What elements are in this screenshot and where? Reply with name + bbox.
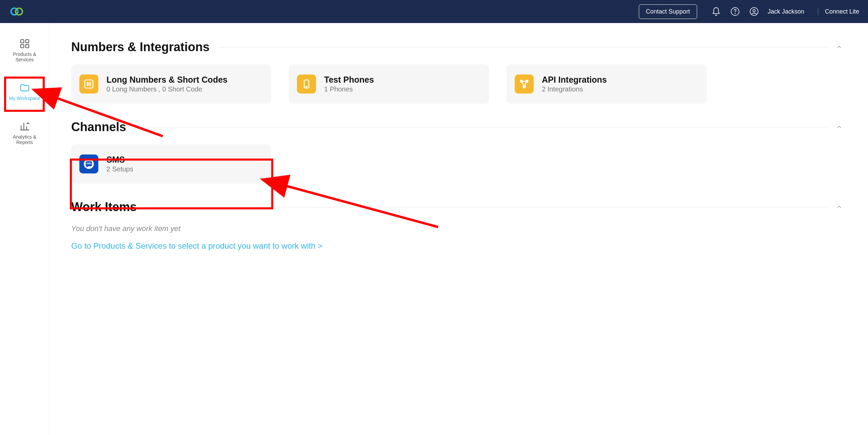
card-title: Long Numbers & Short Codes [106, 75, 228, 85]
divider [134, 127, 827, 127]
phone-icon [297, 75, 316, 94]
svg-rect-9 [25, 45, 28, 48]
card-title: API Integrations [542, 75, 607, 85]
svg-point-12 [306, 86, 307, 87]
svg-text:SMS: SMS [86, 162, 92, 165]
svg-rect-10 [85, 80, 93, 88]
contact-support-button[interactable]: Contact Support [639, 4, 697, 19]
svg-rect-7 [25, 40, 28, 43]
grid-icon [19, 38, 31, 49]
card-title: SMS [106, 155, 133, 165]
analytics-icon [19, 121, 31, 132]
section-title: Work Items [71, 200, 137, 214]
chevron-up-icon[interactable] [834, 202, 844, 212]
divider [145, 207, 827, 207]
card-subtitle: 0 Long Numbers , 0 Short Code [106, 85, 228, 93]
card-subtitle: 2 Setups [106, 165, 133, 173]
user-avatar-icon[interactable] [748, 5, 760, 18]
chevron-up-icon[interactable] [834, 122, 844, 132]
section-title: Channels [71, 120, 126, 134]
chevron-up-icon[interactable] [834, 42, 844, 52]
svg-point-4 [750, 7, 758, 15]
section-channels: Channels SMS SMS 2 Setups [71, 120, 844, 184]
svg-rect-8 [21, 45, 24, 48]
card-api-integrations[interactable]: API Integrations 2 Integrations [507, 64, 707, 104]
svg-rect-6 [21, 40, 24, 43]
sms-icon: SMS [79, 154, 98, 173]
card-long-numbers-short-codes[interactable]: Long Numbers & Short Codes 0 Long Number… [71, 64, 271, 104]
sidebar-item-label: Analytics & Reports [5, 134, 45, 145]
empty-state-text: You don't have any work item yet [71, 224, 844, 233]
main-content: Numbers & Integrations Long Numbers & Sh… [50, 23, 868, 435]
user-name-label[interactable]: Jack Jackson [768, 8, 804, 15]
app-logo[interactable] [9, 6, 26, 17]
integration-icon [515, 75, 534, 94]
section-title: Numbers & Integrations [71, 40, 210, 54]
section-numbers-integrations: Numbers & Integrations Long Numbers & Sh… [71, 40, 844, 104]
svg-point-3 [735, 13, 735, 14]
divider [218, 47, 827, 47]
card-subtitle: 2 Integrations [542, 85, 607, 93]
folder-icon [19, 82, 31, 94]
sidebar-item-my-workspace[interactable]: My Workspace [5, 79, 45, 104]
help-icon[interactable] [729, 5, 741, 18]
sidebar-item-label: My Workspace [9, 96, 40, 101]
plan-label[interactable]: Connect Lite [818, 8, 859, 15]
go-to-products-link[interactable]: Go to Products & Services to select a pr… [71, 241, 844, 251]
card-title: Test Phones [324, 75, 374, 85]
svg-point-5 [753, 9, 755, 12]
hash-icon [79, 75, 98, 94]
notifications-icon[interactable] [710, 5, 722, 18]
card-sms[interactable]: SMS SMS 2 Setups [71, 144, 271, 184]
svg-point-1 [16, 8, 22, 15]
sidebar-item-products-services[interactable]: Products & Services [5, 35, 45, 65]
sidebar: Products & Services My Workspace Analyti… [0, 23, 50, 435]
sidebar-item-label: Products & Services [5, 51, 45, 62]
section-work-items: Work Items You don't have any work item … [71, 200, 844, 251]
card-test-phones[interactable]: Test Phones 1 Phones [289, 64, 489, 104]
card-subtitle: 1 Phones [324, 85, 374, 93]
sidebar-item-analytics-reports[interactable]: Analytics & Reports [5, 118, 45, 148]
app-header: Contact Support Jack Jackson Connect Lit… [0, 0, 868, 23]
